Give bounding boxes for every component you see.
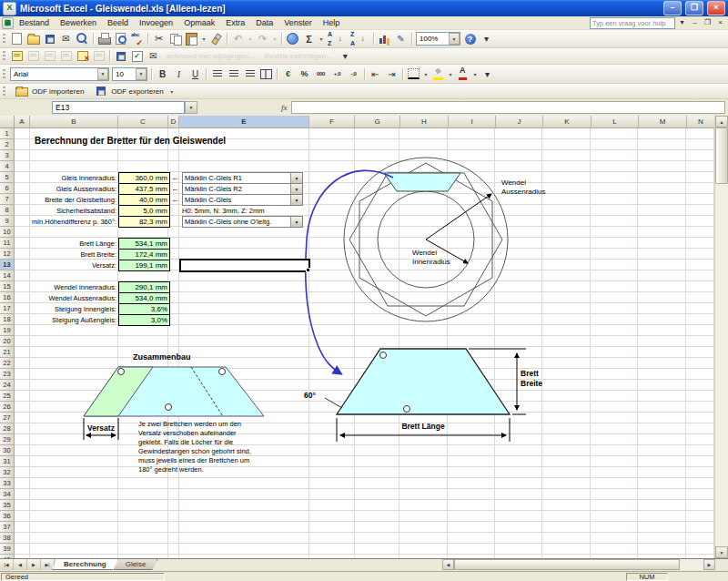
menu-extra[interactable]: Extra	[220, 17, 250, 28]
row-header-2[interactable]: 2	[0, 139, 15, 150]
row-header-39[interactable]: 39	[0, 544, 15, 555]
select-all-corner[interactable]	[0, 116, 15, 128]
row-header-27[interactable]: 27	[0, 413, 15, 423]
zoom-combo[interactable]: 100%▼	[416, 32, 460, 46]
fill-handle[interactable]	[306, 268, 310, 272]
wendel-value-3[interactable]: 3,0%	[118, 314, 170, 326]
row-header-26[interactable]: 26	[0, 402, 15, 413]
row-header-22[interactable]: 22	[0, 358, 15, 369]
new-icon[interactable]	[9, 32, 25, 46]
column-header-F[interactable]: F	[309, 116, 355, 128]
input-dropdown-4[interactable]: Märklin C-Gleis ohne O'leitg.▼	[182, 216, 303, 228]
input-dropdown-2[interactable]: Märklin C-Gleis▼	[182, 194, 303, 206]
row-header-15[interactable]: 15	[0, 281, 15, 292]
percent-icon[interactable]: %	[297, 67, 312, 81]
tab-nav-previous[interactable]: ◀	[14, 559, 27, 570]
column-header-J[interactable]: J	[496, 116, 543, 128]
menu-data[interactable]: Data	[250, 17, 278, 28]
row-header-35[interactable]: 35	[0, 500, 15, 511]
currency-icon[interactable]: €	[280, 67, 296, 81]
toolbar-options-icon[interactable]: ▾	[480, 67, 495, 81]
menu-bestand[interactable]: Bestand	[14, 17, 55, 28]
row-header-18[interactable]: 18	[0, 314, 15, 325]
insert-function-icon[interactable]: fx	[278, 103, 291, 112]
vertical-scroll-thumb[interactable]	[715, 127, 728, 184]
workbook-minimize-button[interactable]: –	[689, 17, 701, 28]
toolbar-grip[interactable]	[3, 69, 5, 79]
row-header-28[interactable]: 28	[0, 423, 15, 434]
chevron-down-icon[interactable]: ▾	[422, 67, 430, 81]
row-header-16[interactable]: 16	[0, 292, 15, 303]
column-header-M[interactable]: M	[639, 116, 687, 128]
row-header-3[interactable]: 3	[0, 150, 15, 161]
chevron-down-icon[interactable]: ▾	[676, 17, 688, 28]
horizontal-scrollbar[interactable]: ◀ ▶	[442, 559, 715, 570]
decrease-decimal-icon[interactable]: -,0	[346, 67, 361, 81]
input-value-4[interactable]: 82,3 mm	[118, 216, 170, 228]
thousands-icon[interactable]: 000	[313, 67, 329, 81]
select-changes-icon[interactable]	[129, 49, 145, 63]
send-to-mail-recipient-icon[interactable]: ✉	[146, 49, 161, 63]
odf-import-button[interactable]: ODF importeren	[9, 85, 88, 98]
sort-ascending-icon[interactable]: ↓	[326, 32, 348, 46]
align-left-icon[interactable]	[209, 67, 225, 81]
reply-with-changes-button[interactable]: antwoord met wijzigingen...	[162, 52, 259, 60]
odf-export-button[interactable]: ODF exporteren	[88, 85, 167, 98]
row-header-25[interactable]: 25	[0, 391, 15, 402]
column-header-I[interactable]: I	[449, 116, 496, 128]
row-header-4[interactable]: 4	[0, 161, 15, 172]
minimize-button[interactable]: –	[663, 1, 682, 15]
autosum-icon[interactable]: Σ	[301, 32, 317, 46]
mail-icon[interactable]: ✉	[58, 32, 74, 46]
chevron-down-icon[interactable]: ▼	[290, 195, 302, 205]
fill-color-icon[interactable]	[430, 67, 446, 81]
save-icon[interactable]	[42, 32, 57, 46]
menu-beeld[interactable]: Beeld	[102, 17, 134, 28]
chevron-down-icon[interactable]: ▾	[168, 85, 176, 98]
increase-indent-icon[interactable]: ⇥	[384, 67, 399, 81]
toolbar-grip[interactable]	[3, 51, 5, 61]
row-header-7[interactable]: 7	[0, 194, 15, 205]
print-icon[interactable]	[96, 32, 112, 46]
row-header-32[interactable]: 32	[0, 467, 15, 478]
column-header-L[interactable]: L	[592, 116, 639, 128]
row-header-6[interactable]: 6	[0, 183, 15, 194]
row-header-20[interactable]: 20	[0, 336, 15, 347]
menu-help[interactable]: Help	[318, 17, 346, 28]
row-header-9[interactable]: 9	[0, 216, 15, 227]
formula-input[interactable]	[291, 101, 726, 114]
delete-comment-icon[interactable]	[75, 49, 90, 63]
row-header-31[interactable]: 31	[0, 456, 15, 467]
toolbar-options-icon[interactable]: ▾	[338, 49, 353, 63]
decrease-indent-icon[interactable]: ⇤	[368, 67, 383, 81]
column-header-E[interactable]: E	[179, 116, 309, 128]
undo-icon[interactable]: ↶	[230, 32, 246, 46]
column-header-C[interactable]: C	[118, 116, 168, 128]
chevron-down-icon[interactable]: ▾	[200, 32, 207, 46]
row-header-24[interactable]: 24	[0, 380, 15, 391]
chart-wizard-icon[interactable]	[377, 32, 392, 46]
row-header-37[interactable]: 37	[0, 522, 15, 533]
menu-invoegen[interactable]: Invoegen	[134, 17, 178, 28]
bold-icon[interactable]: B	[155, 67, 170, 81]
align-center-icon[interactable]	[226, 67, 241, 81]
spelling-icon[interactable]	[129, 32, 145, 46]
paste-icon[interactable]	[184, 32, 199, 46]
selected-cell-E13[interactable]	[179, 259, 310, 272]
toolbar-grip[interactable]	[3, 34, 5, 44]
row-header-8[interactable]: 8	[0, 205, 15, 216]
result-value-2[interactable]: 199,1 mm	[118, 260, 170, 271]
sheet-tab-berechnung[interactable]: Berechnung	[52, 559, 118, 570]
row-header-29[interactable]: 29	[0, 434, 15, 445]
name-box[interactable]: E13	[52, 101, 185, 114]
chevron-down-icon[interactable]: ▾	[447, 67, 454, 81]
help-icon[interactable]	[462, 32, 478, 46]
chevron-down-icon[interactable]: ▼	[136, 68, 147, 80]
workbook-icon[interactable]: ▦	[2, 17, 14, 29]
borders-icon[interactable]	[406, 67, 421, 81]
italic-icon[interactable]: I	[171, 67, 187, 81]
row-header-5[interactable]: 5	[0, 172, 15, 183]
row-header-38[interactable]: 38	[0, 533, 15, 544]
row-header-17[interactable]: 17	[0, 303, 15, 314]
close-button[interactable]: ×	[707, 1, 725, 15]
